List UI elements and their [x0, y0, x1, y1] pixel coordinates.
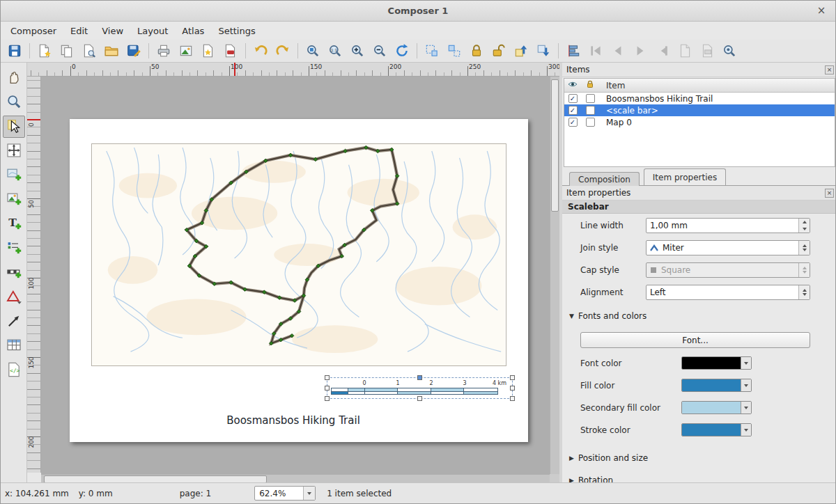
move-content-tool-button[interactable] — [3, 140, 25, 162]
color-dropdown-arrow[interactable] — [741, 379, 751, 391]
resize-handle-e[interactable] — [510, 386, 515, 391]
visibility-checkbox[interactable]: ✓ — [568, 118, 578, 127]
fill-color-swatch[interactable] — [682, 379, 741, 391]
resize-handle-ne[interactable] — [510, 375, 515, 380]
redo-button[interactable] — [272, 41, 293, 61]
add-legend-button[interactable] — [3, 237, 25, 260]
spin-buttons[interactable] — [798, 219, 810, 233]
menu-settings[interactable]: Settings — [211, 23, 262, 39]
item-row-label[interactable]: <scale bar> — [599, 106, 835, 116]
refresh-button[interactable] — [392, 41, 412, 61]
add-attribute-table-button[interactable] — [3, 335, 25, 357]
add-arrow-button[interactable] — [3, 310, 25, 333]
undo-button[interactable] — [250, 41, 271, 61]
visibility-checkbox[interactable]: ✓ — [568, 94, 578, 103]
pan-tool-button[interactable] — [3, 67, 25, 89]
alignment-combo[interactable]: Left — [646, 285, 810, 300]
items-dock-close-button[interactable]: × — [825, 65, 834, 74]
group-items-button[interactable] — [421, 41, 442, 61]
scalebar-item-selected[interactable]: 0 1 2 3 4 km — [327, 377, 513, 399]
menu-layout[interactable]: Layout — [130, 23, 175, 39]
save-template-button[interactable] — [123, 41, 144, 61]
properties-dock-close-button[interactable]: × — [825, 189, 834, 198]
item-row-map0[interactable]: ✓ Map 0 — [564, 116, 835, 128]
unlock-items-button[interactable] — [488, 41, 509, 61]
line-width-spinbox[interactable]: 1,00 mm — [646, 218, 810, 233]
atlas-prev-button[interactable] — [607, 41, 628, 61]
spin-up-icon[interactable] — [799, 219, 810, 226]
print-button[interactable] — [153, 41, 174, 61]
atlas-next-button[interactable] — [630, 41, 651, 61]
font-color-button[interactable] — [681, 356, 752, 370]
menu-composer[interactable]: Composer — [3, 23, 63, 39]
atlas-print-button[interactable] — [674, 41, 695, 61]
item-row-label[interactable]: Map 0 — [599, 118, 835, 127]
visibility-checkbox[interactable]: ✓ — [568, 106, 578, 115]
composition-canvas[interactable]: 0 1 2 3 4 km — [41, 77, 550, 474]
item-row-hiking-trail-label[interactable]: ✓ Boosmansbos Hiking Trail — [564, 93, 835, 104]
resize-handle-s[interactable] — [417, 396, 422, 401]
color-dropdown-arrow[interactable] — [741, 402, 751, 414]
raise-items-button[interactable] — [511, 41, 532, 61]
fill-color-button[interactable] — [681, 379, 752, 392]
add-html-frame-button[interactable]: </> — [3, 359, 25, 381]
composer-manager-button[interactable] — [79, 41, 100, 61]
new-composer-button[interactable] — [34, 41, 55, 61]
secondary-fill-color-button[interactable] — [681, 401, 752, 414]
resize-handle-se[interactable] — [510, 396, 515, 401]
map-item[interactable] — [91, 143, 506, 366]
resize-handle-nw[interactable] — [325, 375, 330, 380]
rotation-section[interactable]: ▶ Rotation — [569, 475, 613, 482]
window-close-button[interactable]: × — [814, 3, 828, 17]
add-image-button[interactable] — [3, 189, 25, 211]
combo-arrows[interactable] — [798, 241, 810, 255]
zoom-out-button[interactable] — [369, 41, 390, 61]
zoom-in-button[interactable] — [347, 41, 368, 61]
tab-item-properties[interactable]: Item properties — [644, 168, 726, 185]
export-pdf-button[interactable] — [220, 41, 241, 61]
font-button[interactable]: Font... — [580, 332, 810, 348]
tab-composition[interactable]: Composition — [569, 172, 640, 187]
export-svg-button[interactable] — [198, 41, 219, 61]
stroke-color-swatch[interactable] — [682, 424, 741, 436]
combo-arrows[interactable] — [798, 285, 810, 299]
lock-items-button[interactable] — [466, 41, 487, 61]
add-scalebar-button[interactable] — [3, 262, 25, 284]
fonts-and-colors-section[interactable]: ▼ Fonts and colors — [569, 311, 647, 321]
color-dropdown-arrow[interactable] — [741, 424, 751, 436]
composition-page[interactable]: 0 1 2 3 4 km — [70, 119, 528, 442]
secondary-fill-color-swatch[interactable] — [682, 402, 741, 414]
zoom-tool-button[interactable] — [3, 91, 25, 113]
resize-handle-sw[interactable] — [325, 396, 330, 401]
item-row-scalebar[interactable]: ✓ <scale bar> — [564, 104, 835, 116]
load-template-button[interactable] — [101, 41, 122, 61]
font-color-swatch[interactable] — [682, 357, 741, 369]
join-style-combo[interactable]: Miter — [646, 240, 810, 255]
save-project-button[interactable] — [4, 41, 25, 61]
atlas-first-button[interactable] — [585, 41, 606, 61]
zoom-combo[interactable]: 62.4% — [254, 486, 316, 501]
zoom-dropdown-arrow[interactable] — [303, 487, 315, 500]
atlas-settings-button[interactable] — [719, 41, 740, 61]
menu-view[interactable]: View — [95, 23, 130, 39]
menu-atlas[interactable]: Atlas — [175, 23, 211, 39]
duplicate-composer-button[interactable] — [56, 41, 77, 61]
position-and-size-section[interactable]: ▶ Position and size — [569, 453, 648, 463]
add-shape-button[interactable] — [3, 286, 25, 308]
resize-handle-w[interactable] — [325, 386, 330, 391]
stroke-color-button[interactable] — [681, 423, 752, 436]
zoom-actual-button[interactable]: 1:1 — [325, 41, 346, 61]
lock-checkbox[interactable] — [586, 94, 595, 103]
map-title-label-item[interactable]: Boosmansbos Hiking Trail — [226, 414, 360, 427]
atlas-export-button[interactable] — [697, 41, 718, 61]
add-label-button[interactable]: T — [3, 213, 25, 235]
scrollbar-thumb[interactable] — [551, 79, 559, 212]
color-dropdown-arrow[interactable] — [741, 357, 751, 369]
align-items-button[interactable] — [563, 41, 584, 61]
menu-edit[interactable]: Edit — [63, 23, 95, 39]
export-image-button[interactable] — [176, 41, 196, 61]
lock-checkbox[interactable] — [586, 106, 595, 115]
select-item-tool-button[interactable] — [3, 116, 25, 138]
lock-checkbox[interactable] — [586, 118, 595, 127]
resize-handle-n[interactable] — [417, 375, 422, 380]
